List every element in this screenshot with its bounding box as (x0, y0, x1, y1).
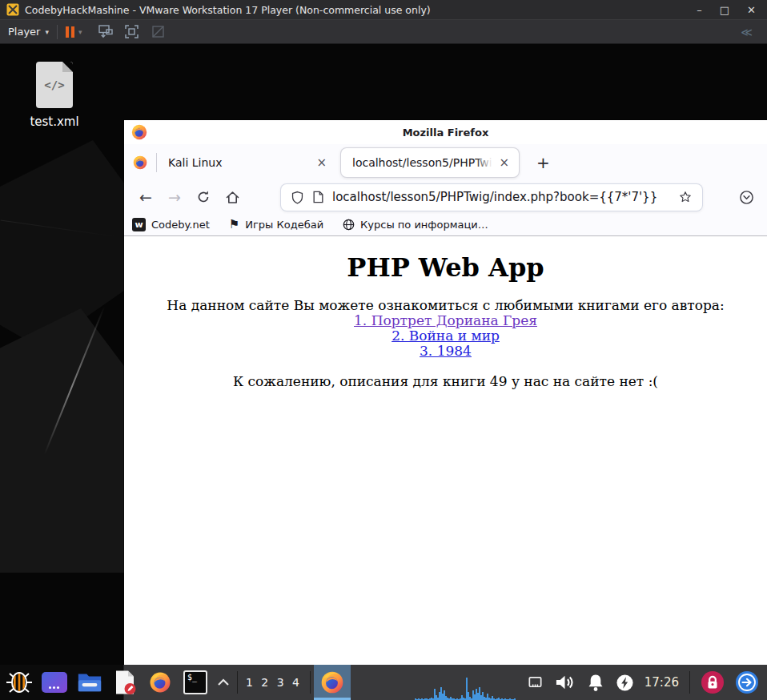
firefox-launcher-button[interactable] (143, 665, 178, 700)
system-tray: 17:26 (517, 670, 765, 694)
vm-desktop: </> test.xml Mozilla Firefox Kali Linux … (0, 44, 767, 665)
error-message: К сожалению, описания для книги 49 у нас… (124, 374, 767, 389)
close-tab-icon[interactable]: × (496, 154, 512, 171)
player-menu-button[interactable]: Player ▾ (8, 26, 49, 38)
close-tab-icon[interactable]: × (313, 154, 330, 171)
send-to-monitor-icon[interactable] (97, 23, 114, 40)
xml-file-glyph: </> (44, 78, 64, 91)
collapse-toolbar-icon[interactable]: ≪ (741, 26, 759, 38)
bookmarks-toolbar: w Codeby.net ⚑ Игры Кодебай Курсы по инф… (124, 214, 767, 236)
shield-icon[interactable] (291, 191, 304, 204)
network-ethernet-icon[interactable] (527, 675, 544, 690)
home-icon (225, 190, 240, 205)
toolbar-divider (57, 25, 58, 39)
book-link-3[interactable]: 3. 1984 (124, 344, 767, 359)
minimize-button[interactable]: – (697, 5, 702, 15)
new-tab-button[interactable]: + (530, 151, 556, 174)
firefox-icon (148, 670, 172, 694)
power-manager-icon[interactable] (616, 674, 634, 692)
volume-icon[interactable] (554, 673, 576, 692)
url-text[interactable]: localhost/lesson5/PHPTwig/index.php?book… (332, 190, 670, 204)
tab-localhost-active[interactable]: localhost/lesson5/PHPTwig/i × (341, 148, 519, 177)
firefox-window: Mozilla Firefox Kali Linux × localhost/l… (124, 120, 767, 665)
clock[interactable]: 17:26 (645, 675, 679, 690)
suspend-dropdown-icon[interactable]: ▾ (78, 28, 82, 36)
navigation-toolbar: ← → localhost (124, 180, 767, 214)
chevron-down-icon: ▾ (45, 28, 49, 36)
document-icon (113, 670, 137, 695)
notification-bell-icon[interactable] (586, 673, 605, 693)
terminal-button[interactable]: $_ (178, 665, 213, 700)
page-content: PHP Web App На данном сайте Вы можете оз… (124, 236, 767, 665)
bookmark-label: Курсы по информаци… (360, 219, 488, 231)
tab-bar: Kali Linux × localhost/lesson5/PHPTwig/i… (124, 144, 767, 180)
book-link-2[interactable]: 2. Война и мир (124, 328, 767, 344)
bookmark-codeby[interactable]: w Codeby.net (132, 218, 210, 231)
launcher-button[interactable] (37, 665, 72, 700)
vmware-window-controls: – □ ✕ (697, 5, 761, 15)
bookmark-star-icon[interactable] (678, 190, 693, 204)
firefox-tab-favicon[interactable] (132, 155, 148, 171)
folder-icon (76, 670, 103, 694)
bookmark-label: Codeby.net (151, 219, 210, 231)
screen-lock-icon[interactable] (701, 670, 725, 694)
taskbar: $_ 1 2 3 4 17:26 (0, 665, 767, 700)
panel-expand-button[interactable] (213, 665, 234, 700)
reload-icon (196, 190, 211, 204)
reload-button[interactable] (191, 185, 215, 209)
desktop-icon-test-xml[interactable]: </> test.xml (18, 62, 91, 129)
codeby-favicon: w (132, 218, 146, 231)
unity-mode-icon-disabled (150, 23, 167, 40)
vmware-titlebar: CodebyHackMashine - VMware Workstation 1… (0, 0, 767, 20)
vmware-window-title: CodebyHackMashine - VMware Workstation 1… (25, 4, 431, 16)
firefox-icon (132, 155, 148, 171)
page-title: PHP Web App (124, 252, 767, 283)
file-manager-button[interactable] (72, 665, 107, 700)
page-info-icon[interactable] (312, 191, 324, 203)
xml-file-icon: </> (36, 62, 73, 108)
player-menu-label: Player (8, 26, 40, 38)
tab-kali-linux[interactable]: Kali Linux × (157, 144, 338, 180)
url-bar[interactable]: localhost/lesson5/PHPTwig/index.php?book… (281, 184, 702, 211)
book-link-1[interactable]: 1. Портрет Дориана Грея (124, 313, 767, 328)
firefox-window-task-button[interactable] (314, 665, 351, 700)
suspend-button[interactable] (66, 26, 74, 38)
close-button[interactable]: ✕ (747, 5, 756, 15)
tab-label: Kali Linux (168, 156, 313, 169)
bookmark-label: Игры Кодебай (245, 219, 323, 231)
taskbar-divider (237, 671, 238, 694)
workspace-switcher[interactable]: 1 2 3 4 (241, 676, 307, 689)
back-button[interactable]: ← (134, 185, 158, 209)
vmware-player-icon (6, 3, 19, 16)
bookmark-kursy[interactable]: Курсы по информаци… (343, 219, 488, 231)
launcher-icon (42, 672, 67, 693)
vmware-toolbar: Player ▾ ▾ ≪ (0, 20, 767, 44)
fullscreen-icon[interactable] (123, 23, 140, 40)
tab-label: localhost/lesson5/PHPTwig/i (352, 156, 496, 169)
bookmark-igry-codebay[interactable]: ⚑ Игры Кодебай (229, 219, 323, 231)
globe-icon (343, 219, 355, 231)
firefox-window-title: Mozilla Firefox (124, 127, 767, 139)
desktop-icon-label: test.xml (18, 115, 91, 129)
taskbar-divider (310, 671, 311, 694)
tray-divider (689, 671, 690, 694)
intro-text: На данном сайте Вы можете ознакомиться с… (124, 298, 767, 313)
pocket-button[interactable] (739, 190, 757, 205)
kali-bug-icon (3, 667, 35, 698)
text-editor-button[interactable] (107, 665, 143, 700)
system-monitor-graph[interactable] (415, 668, 517, 700)
forward-button: → (163, 185, 187, 209)
kali-menu-button[interactable] (2, 665, 37, 700)
pocket-icon (739, 190, 754, 205)
terminal-icon: $_ (183, 670, 207, 694)
logout-icon[interactable] (735, 670, 759, 694)
firefox-icon (319, 670, 345, 695)
maximize-button[interactable]: □ (720, 5, 729, 15)
flag-icon: ⚑ (229, 219, 239, 231)
firefox-titlebar[interactable]: Mozilla Firefox (124, 120, 767, 144)
chevron-up-icon (217, 678, 230, 687)
home-button[interactable] (220, 185, 244, 209)
